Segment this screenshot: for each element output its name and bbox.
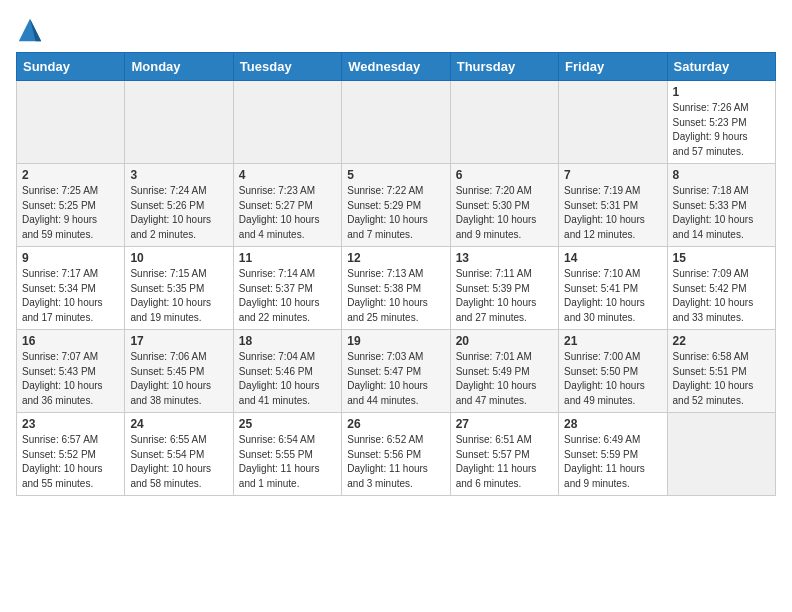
day-number: 9: [22, 251, 119, 265]
calendar-cell: 27Sunrise: 6:51 AM Sunset: 5:57 PM Dayli…: [450, 413, 558, 496]
day-info: Sunrise: 6:55 AM Sunset: 5:54 PM Dayligh…: [130, 433, 227, 491]
calendar-cell: 20Sunrise: 7:01 AM Sunset: 5:49 PM Dayli…: [450, 330, 558, 413]
day-info: Sunrise: 7:18 AM Sunset: 5:33 PM Dayligh…: [673, 184, 770, 242]
day-number: 17: [130, 334, 227, 348]
day-number: 2: [22, 168, 119, 182]
day-info: Sunrise: 7:20 AM Sunset: 5:30 PM Dayligh…: [456, 184, 553, 242]
calendar-cell: 19Sunrise: 7:03 AM Sunset: 5:47 PM Dayli…: [342, 330, 450, 413]
logo: [16, 16, 48, 44]
calendar-cell: 15Sunrise: 7:09 AM Sunset: 5:42 PM Dayli…: [667, 247, 775, 330]
day-number: 19: [347, 334, 444, 348]
calendar-table: SundayMondayTuesdayWednesdayThursdayFrid…: [16, 52, 776, 496]
day-number: 20: [456, 334, 553, 348]
day-number: 24: [130, 417, 227, 431]
day-number: 12: [347, 251, 444, 265]
day-info: Sunrise: 7:01 AM Sunset: 5:49 PM Dayligh…: [456, 350, 553, 408]
calendar-week-row: 23Sunrise: 6:57 AM Sunset: 5:52 PM Dayli…: [17, 413, 776, 496]
day-number: 22: [673, 334, 770, 348]
day-number: 6: [456, 168, 553, 182]
calendar-cell: 6Sunrise: 7:20 AM Sunset: 5:30 PM Daylig…: [450, 164, 558, 247]
calendar-cell: 16Sunrise: 7:07 AM Sunset: 5:43 PM Dayli…: [17, 330, 125, 413]
day-number: 21: [564, 334, 661, 348]
calendar-cell: 25Sunrise: 6:54 AM Sunset: 5:55 PM Dayli…: [233, 413, 341, 496]
day-info: Sunrise: 7:00 AM Sunset: 5:50 PM Dayligh…: [564, 350, 661, 408]
day-number: 11: [239, 251, 336, 265]
calendar-cell: [233, 81, 341, 164]
day-info: Sunrise: 7:15 AM Sunset: 5:35 PM Dayligh…: [130, 267, 227, 325]
calendar-cell: 18Sunrise: 7:04 AM Sunset: 5:46 PM Dayli…: [233, 330, 341, 413]
calendar-cell: 2Sunrise: 7:25 AM Sunset: 5:25 PM Daylig…: [17, 164, 125, 247]
day-info: Sunrise: 6:51 AM Sunset: 5:57 PM Dayligh…: [456, 433, 553, 491]
calendar-cell: 22Sunrise: 6:58 AM Sunset: 5:51 PM Dayli…: [667, 330, 775, 413]
day-number: 15: [673, 251, 770, 265]
day-info: Sunrise: 7:22 AM Sunset: 5:29 PM Dayligh…: [347, 184, 444, 242]
calendar-cell: 1Sunrise: 7:26 AM Sunset: 5:23 PM Daylig…: [667, 81, 775, 164]
day-info: Sunrise: 7:09 AM Sunset: 5:42 PM Dayligh…: [673, 267, 770, 325]
calendar-cell: 17Sunrise: 7:06 AM Sunset: 5:45 PM Dayli…: [125, 330, 233, 413]
page-header: [16, 16, 776, 44]
calendar-cell: 21Sunrise: 7:00 AM Sunset: 5:50 PM Dayli…: [559, 330, 667, 413]
calendar-cell: 9Sunrise: 7:17 AM Sunset: 5:34 PM Daylig…: [17, 247, 125, 330]
calendar-week-row: 16Sunrise: 7:07 AM Sunset: 5:43 PM Dayli…: [17, 330, 776, 413]
calendar-day-header: Tuesday: [233, 53, 341, 81]
day-number: 26: [347, 417, 444, 431]
day-number: 13: [456, 251, 553, 265]
calendar-week-row: 1Sunrise: 7:26 AM Sunset: 5:23 PM Daylig…: [17, 81, 776, 164]
day-number: 10: [130, 251, 227, 265]
day-number: 25: [239, 417, 336, 431]
calendar-cell: [342, 81, 450, 164]
day-info: Sunrise: 7:07 AM Sunset: 5:43 PM Dayligh…: [22, 350, 119, 408]
day-info: Sunrise: 7:23 AM Sunset: 5:27 PM Dayligh…: [239, 184, 336, 242]
day-number: 27: [456, 417, 553, 431]
calendar-day-header: Thursday: [450, 53, 558, 81]
day-number: 5: [347, 168, 444, 182]
calendar-cell: 24Sunrise: 6:55 AM Sunset: 5:54 PM Dayli…: [125, 413, 233, 496]
day-info: Sunrise: 7:10 AM Sunset: 5:41 PM Dayligh…: [564, 267, 661, 325]
day-number: 8: [673, 168, 770, 182]
day-info: Sunrise: 6:58 AM Sunset: 5:51 PM Dayligh…: [673, 350, 770, 408]
day-info: Sunrise: 7:03 AM Sunset: 5:47 PM Dayligh…: [347, 350, 444, 408]
calendar-cell: 5Sunrise: 7:22 AM Sunset: 5:29 PM Daylig…: [342, 164, 450, 247]
calendar-cell: 11Sunrise: 7:14 AM Sunset: 5:37 PM Dayli…: [233, 247, 341, 330]
calendar-cell: [667, 413, 775, 496]
calendar-cell: [125, 81, 233, 164]
calendar-cell: 13Sunrise: 7:11 AM Sunset: 5:39 PM Dayli…: [450, 247, 558, 330]
day-info: Sunrise: 7:06 AM Sunset: 5:45 PM Dayligh…: [130, 350, 227, 408]
calendar-cell: [17, 81, 125, 164]
day-number: 1: [673, 85, 770, 99]
day-number: 14: [564, 251, 661, 265]
calendar-day-header: Sunday: [17, 53, 125, 81]
day-number: 3: [130, 168, 227, 182]
calendar-header-row: SundayMondayTuesdayWednesdayThursdayFrid…: [17, 53, 776, 81]
day-number: 18: [239, 334, 336, 348]
day-info: Sunrise: 7:11 AM Sunset: 5:39 PM Dayligh…: [456, 267, 553, 325]
day-info: Sunrise: 7:19 AM Sunset: 5:31 PM Dayligh…: [564, 184, 661, 242]
calendar-cell: 10Sunrise: 7:15 AM Sunset: 5:35 PM Dayli…: [125, 247, 233, 330]
logo-icon: [16, 16, 44, 44]
calendar-cell: [559, 81, 667, 164]
calendar-cell: 7Sunrise: 7:19 AM Sunset: 5:31 PM Daylig…: [559, 164, 667, 247]
day-info: Sunrise: 7:14 AM Sunset: 5:37 PM Dayligh…: [239, 267, 336, 325]
day-info: Sunrise: 7:13 AM Sunset: 5:38 PM Dayligh…: [347, 267, 444, 325]
calendar-cell: 26Sunrise: 6:52 AM Sunset: 5:56 PM Dayli…: [342, 413, 450, 496]
calendar-cell: 23Sunrise: 6:57 AM Sunset: 5:52 PM Dayli…: [17, 413, 125, 496]
calendar-day-header: Monday: [125, 53, 233, 81]
calendar-week-row: 2Sunrise: 7:25 AM Sunset: 5:25 PM Daylig…: [17, 164, 776, 247]
calendar-week-row: 9Sunrise: 7:17 AM Sunset: 5:34 PM Daylig…: [17, 247, 776, 330]
day-number: 7: [564, 168, 661, 182]
day-info: Sunrise: 7:04 AM Sunset: 5:46 PM Dayligh…: [239, 350, 336, 408]
calendar-day-header: Saturday: [667, 53, 775, 81]
day-number: 28: [564, 417, 661, 431]
calendar-cell: 28Sunrise: 6:49 AM Sunset: 5:59 PM Dayli…: [559, 413, 667, 496]
day-info: Sunrise: 6:57 AM Sunset: 5:52 PM Dayligh…: [22, 433, 119, 491]
calendar-cell: 3Sunrise: 7:24 AM Sunset: 5:26 PM Daylig…: [125, 164, 233, 247]
day-info: Sunrise: 6:49 AM Sunset: 5:59 PM Dayligh…: [564, 433, 661, 491]
day-number: 23: [22, 417, 119, 431]
day-number: 4: [239, 168, 336, 182]
calendar-cell: 14Sunrise: 7:10 AM Sunset: 5:41 PM Dayli…: [559, 247, 667, 330]
calendar-cell: [450, 81, 558, 164]
calendar-cell: 4Sunrise: 7:23 AM Sunset: 5:27 PM Daylig…: [233, 164, 341, 247]
calendar-cell: 12Sunrise: 7:13 AM Sunset: 5:38 PM Dayli…: [342, 247, 450, 330]
day-info: Sunrise: 6:52 AM Sunset: 5:56 PM Dayligh…: [347, 433, 444, 491]
day-number: 16: [22, 334, 119, 348]
